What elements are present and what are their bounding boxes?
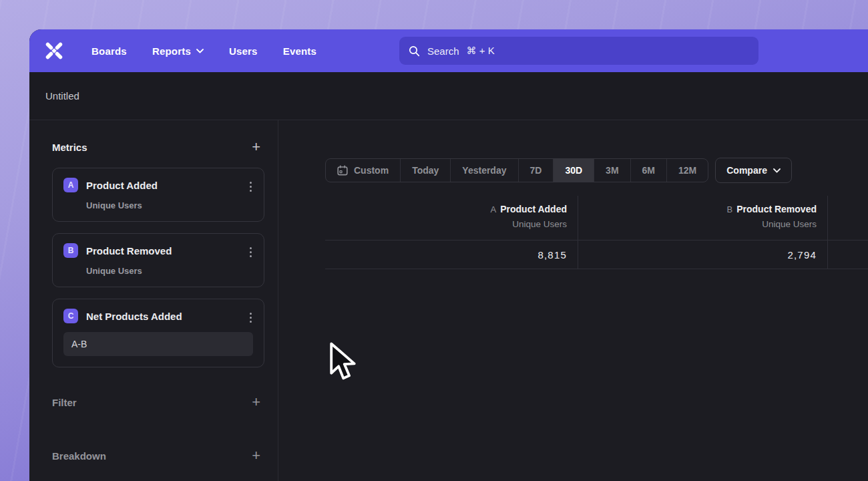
nav-item-users[interactable]: Users: [229, 45, 258, 57]
results-table: AProduct Added Unique Users 8,815 BProdu…: [325, 196, 868, 269]
metric-row: C Net Products Added: [63, 309, 253, 323]
compare-label: Compare: [726, 165, 767, 176]
metric-measurement[interactable]: Unique Users: [86, 200, 253, 210]
metric-row: B Product Removed: [63, 243, 253, 258]
search-icon: [409, 45, 420, 57]
metric-name: Product Added: [86, 180, 158, 191]
query-sidebar: Metrics + A Product Added Unique Users B…: [29, 120, 278, 481]
date-controls: Custom Today Yesterday 7D 30D 3M 6M 12M …: [325, 158, 868, 183]
metric-measurement[interactable]: Unique Users: [86, 266, 253, 276]
column-badge-b: B: [727, 204, 733, 214]
report-title-bar: Untitled: [29, 72, 868, 120]
add-breakdown-button[interactable]: +: [248, 447, 264, 464]
top-nav: Boards Reports Users Events Search ⌘ + K: [29, 29, 868, 72]
mixpanel-logo-icon[interactable]: [44, 41, 64, 61]
column-name: Product Removed: [736, 204, 817, 214]
metrics-label: Metrics: [52, 142, 87, 153]
metric-name: Net Products Added: [86, 311, 182, 322]
metric-name: Product Removed: [86, 245, 172, 257]
table-value-a: 8,815: [325, 240, 578, 269]
content-area: Metrics + A Product Added Unique Users B…: [29, 120, 868, 481]
date-range-today[interactable]: Today: [401, 159, 451, 182]
add-metric-button[interactable]: +: [248, 138, 264, 156]
column-title: BProduct Removed: [578, 204, 817, 214]
add-filter-button[interactable]: +: [248, 393, 264, 411]
metric-badge-a: A: [63, 178, 78, 192]
table-column-a: AProduct Added Unique Users 8,815: [325, 196, 578, 269]
report-title[interactable]: Untitled: [45, 90, 79, 102]
metric-badge-c: C: [63, 309, 78, 323]
column-subtitle: Unique Users: [578, 219, 817, 229]
chevron-down-icon: [773, 168, 781, 173]
date-range-custom-label: Custom: [354, 165, 389, 176]
nav-item-reports-label: Reports: [152, 45, 191, 57]
date-range-custom[interactable]: Custom: [326, 159, 401, 182]
date-range-12m[interactable]: 12M: [667, 159, 708, 182]
compare-button[interactable]: Compare: [715, 158, 792, 183]
date-range-yesterday[interactable]: Yesterday: [451, 159, 518, 182]
calendar-icon: [337, 165, 348, 176]
column-subtitle: Unique Users: [325, 219, 567, 229]
metric-row: A Product Added: [63, 178, 253, 192]
date-range-3m[interactable]: 3M: [594, 159, 630, 182]
metric-card-a[interactable]: A Product Added Unique Users: [52, 168, 264, 222]
nav-item-events[interactable]: Events: [283, 45, 316, 57]
filter-label: Filter: [52, 397, 77, 408]
date-range-7d[interactable]: 7D: [519, 159, 554, 182]
filter-section-header: Filter +: [52, 390, 264, 414]
breakdown-label: Breakdown: [52, 450, 106, 462]
table-value-b: 2,794: [578, 240, 827, 269]
date-range-30d-selected[interactable]: 30D: [554, 159, 594, 182]
metric-menu-icon[interactable]: [248, 246, 253, 259]
column-header-b[interactable]: BProduct Removed Unique Users: [578, 196, 827, 240]
search-shortcut-hint: ⌘ + K: [467, 45, 495, 57]
breakdown-section-header: Breakdown +: [52, 444, 264, 468]
metric-card-c[interactable]: C Net Products Added A-B: [52, 299, 264, 367]
search-input[interactable]: Search ⌘ + K: [399, 37, 758, 65]
metric-card-b[interactable]: B Product Removed Unique Users: [52, 233, 264, 287]
table-value-empty: [828, 240, 868, 269]
table-column-b: BProduct Removed Unique Users 2,794: [578, 196, 828, 269]
formula-input[interactable]: A-B: [63, 332, 253, 356]
metric-badge-b: B: [63, 243, 78, 258]
column-badge-a: A: [491, 204, 497, 214]
metric-menu-icon[interactable]: [248, 311, 253, 324]
column-name: Product Added: [500, 204, 567, 214]
results-panel: Custom Today Yesterday 7D 30D 3M 6M 12M …: [278, 120, 868, 481]
chevron-down-icon: [196, 49, 204, 53]
nav-links: Boards Reports Users Events: [91, 45, 316, 57]
nav-item-boards[interactable]: Boards: [91, 45, 127, 57]
app-window: Boards Reports Users Events Search ⌘ + K: [29, 29, 868, 481]
date-range-6m[interactable]: 6M: [631, 159, 667, 182]
date-range-segmented-control: Custom Today Yesterday 7D 30D 3M 6M 12M: [325, 158, 708, 182]
desktop-background: Boards Reports Users Events Search ⌘ + K: [0, 0, 868, 481]
nav-item-reports[interactable]: Reports: [152, 45, 204, 57]
search-placeholder: Search: [427, 45, 459, 57]
column-header-a[interactable]: AProduct Added Unique Users: [325, 196, 578, 240]
column-header-empty: [828, 196, 868, 240]
table-column-empty: [828, 196, 868, 269]
metrics-section-header: Metrics +: [52, 135, 264, 159]
metric-menu-icon[interactable]: [248, 180, 253, 193]
column-title: AProduct Added: [325, 204, 567, 214]
